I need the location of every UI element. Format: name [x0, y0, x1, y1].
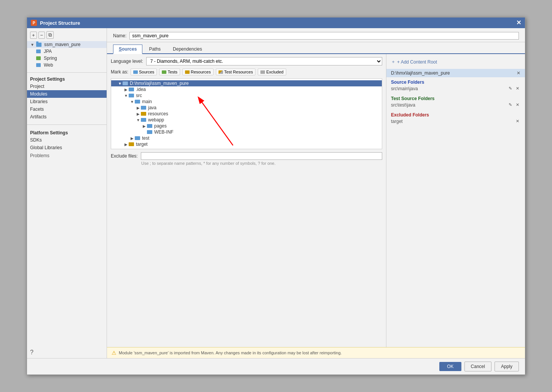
remove-module-button[interactable]: −: [38, 32, 45, 39]
edit-source-folder-button[interactable]: ✎: [507, 86, 513, 91]
mark-sources-button[interactable]: Sources: [131, 69, 157, 75]
edit-test-source-folder-button[interactable]: ✎: [507, 102, 513, 108]
webapp-toggle[interactable]: ▼: [136, 118, 141, 122]
excluded-folder-path-0: target: [391, 119, 403, 124]
mark-tests-button[interactable]: Tests: [159, 69, 180, 75]
test-source-folder-path-0: src\test\java: [391, 102, 415, 108]
add-content-root-label: + Add Content Root: [397, 59, 437, 65]
warning-footer: ⚠ Module 'ssm_maven_pure' is imported fr…: [107, 347, 525, 358]
platform-settings-section: Platform Settings SDKs Global Libraries: [27, 124, 107, 151]
tree-node-webinf[interactable]: ▶ WEB-INF: [111, 129, 382, 135]
file-tree[interactable]: ▼ D:\hmx\laji\ssm_maven_pure ▶ .idea: [111, 78, 382, 149]
apply-button[interactable]: Apply: [495, 362, 519, 371]
tree-node-webapp[interactable]: ▼ webapp: [111, 117, 382, 123]
mark-excluded-button[interactable]: Excluded: [258, 69, 286, 75]
content-root-header: D:\hmx\laji\ssm_maven_pure ✕: [386, 69, 525, 77]
tab-dependencies-label: Dependencies: [173, 46, 202, 52]
pages-toggle[interactable]: ▶: [142, 124, 147, 128]
remove-excluded-folder-button[interactable]: ✕: [515, 118, 520, 124]
tree-node-resources[interactable]: ▶ resources: [111, 111, 382, 117]
resources-label: resources: [148, 111, 168, 116]
tree-node-main[interactable]: ▼ main: [111, 99, 382, 105]
remove-test-source-folder-button[interactable]: ✕: [515, 102, 520, 108]
tab-sources[interactable]: SSourcesources: [113, 45, 142, 54]
test-source-folders-title: Test Source Folders: [391, 96, 520, 101]
tree-node-src[interactable]: ▼ src: [111, 92, 382, 99]
tree-node-root[interactable]: ▼ D:\hmx\laji\ssm_maven_pure: [111, 80, 382, 86]
test-folder-icon: [135, 136, 140, 140]
cancel-button[interactable]: Cancel: [464, 362, 491, 371]
sidebar-item-global-libraries[interactable]: Global Libraries: [27, 144, 107, 151]
tab-dependencies[interactable]: Dependencies: [167, 45, 208, 53]
sidebar-item-artifacts[interactable]: Artifacts: [27, 113, 107, 121]
sources-folder-icon: [133, 70, 138, 74]
sidebar-tree-web[interactable]: Web: [27, 62, 107, 69]
help-button[interactable]: ?: [27, 347, 107, 358]
remove-source-folder-button[interactable]: ✕: [515, 86, 520, 91]
mark-test-resources-label: Test Resources: [224, 70, 253, 74]
language-level-label: Language level:: [111, 59, 143, 64]
language-level-row: Language level: 7 - Diamonds, ARM, multi…: [111, 57, 382, 65]
excluded-folder-item-0: target ✕: [391, 118, 520, 125]
sidebar-item-facets[interactable]: Facets: [27, 105, 107, 113]
tests-folder-icon: [162, 70, 166, 74]
excluded-folder-actions-0: ✕: [515, 118, 520, 124]
mark-resources-button[interactable]: Resources: [182, 69, 214, 75]
sources-left: Language level: 7 - Diamonds, ARM, multi…: [107, 54, 386, 347]
java-toggle[interactable]: ▶: [136, 106, 141, 110]
test-toggle[interactable]: ▶: [129, 136, 135, 140]
tab-paths[interactable]: Paths: [143, 45, 166, 53]
mark-excluded-label: Excluded: [266, 70, 283, 74]
idea-folder-icon: [129, 88, 134, 91]
tree-node-pages[interactable]: ▶ pages: [111, 123, 382, 129]
tree-node-java[interactable]: ▶ java: [111, 105, 382, 111]
idea-label: .idea: [136, 87, 146, 92]
tab-paths-label: Paths: [149, 46, 161, 52]
source-folder-actions-0: ✎ ✕: [507, 86, 520, 91]
tree-node-test[interactable]: ▶ test: [111, 135, 382, 141]
language-level-select[interactable]: 7 - Diamonds, ARM, multi-catch etc.: [146, 57, 382, 65]
sidebar-tree-spring[interactable]: Spring: [27, 55, 107, 62]
plus-icon: ＋: [391, 59, 396, 65]
tree-node-idea[interactable]: ▶ .idea: [111, 86, 382, 92]
src-toggle[interactable]: ▼: [123, 94, 129, 98]
target-toggle[interactable]: ▶: [123, 142, 129, 147]
close-button[interactable]: ✕: [516, 20, 521, 26]
add-content-root-button[interactable]: ＋ + Add Content Root: [386, 57, 525, 67]
exclude-files-input[interactable]: [141, 152, 382, 160]
root-toggle[interactable]: ▼: [117, 81, 123, 86]
expand-arrow: ▼: [30, 43, 35, 47]
resources-toggle[interactable]: ▶: [136, 112, 141, 116]
sidebar-item-modules[interactable]: Modules: [27, 90, 107, 98]
project-label: Project: [30, 84, 44, 89]
idea-toggle[interactable]: ▶: [123, 88, 129, 92]
right-panel: Name: SSourcesources Paths Dependencies: [107, 28, 525, 358]
spring-label: Spring: [44, 56, 57, 61]
sidebar-item-project[interactable]: Project: [27, 83, 107, 90]
tree-node-target[interactable]: ▶ target: [111, 141, 382, 147]
remove-content-root-button[interactable]: ✕: [517, 70, 520, 76]
copy-module-button[interactable]: ⧉: [46, 31, 54, 39]
pages-label: pages: [154, 123, 167, 129]
file-tree-wrapper: ▼ D:\hmx\laji\ssm_maven_pure ▶ .idea: [111, 78, 382, 149]
app-icon: P: [31, 20, 37, 26]
main-toggle[interactable]: ▼: [129, 100, 135, 104]
problems-label: Problems: [30, 153, 49, 158]
sidebar-tree-jpa[interactable]: JPA: [27, 48, 107, 55]
sidebar-item-sdks[interactable]: SDKs: [27, 136, 107, 144]
mark-test-resources-button[interactable]: Test Resources: [216, 69, 256, 75]
sidebar-item-problems[interactable]: Problems: [27, 151, 107, 160]
sidebar-item-libraries[interactable]: Libraries: [27, 98, 107, 105]
ok-button[interactable]: OK: [439, 362, 461, 371]
global-libraries-label: Global Libraries: [30, 145, 62, 150]
mark-as-row: Mark as: Sources Tests Resources: [111, 69, 382, 75]
warning-text: Module 'ssm_maven_pure' is imported from…: [119, 351, 342, 355]
dialog-title: Project Structure: [40, 20, 80, 26]
source-folders-title: Source Folders: [391, 80, 520, 85]
name-input[interactable]: [129, 32, 519, 40]
add-module-button[interactable]: +: [30, 32, 37, 39]
sidebar-tree-root[interactable]: ▼ ssm_maven_pure: [27, 41, 107, 48]
root-folder-icon: [123, 81, 128, 85]
mark-sources-label: Sources: [139, 70, 154, 74]
webapp-folder-icon: [141, 118, 146, 122]
